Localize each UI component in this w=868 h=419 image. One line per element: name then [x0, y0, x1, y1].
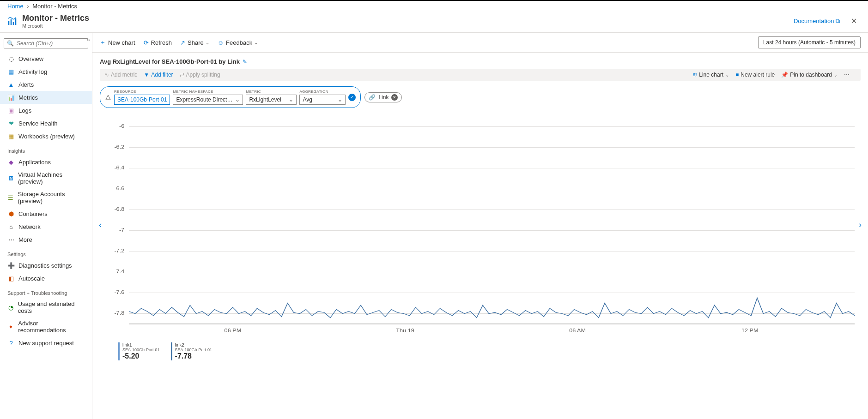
pin-icon: 📌 [781, 72, 788, 78]
section-settings: Settings [0, 246, 92, 259]
autoscale-icon: ◧ [7, 275, 15, 282]
sidebar-item-more[interactable]: ⋯More [0, 233, 92, 246]
share-button[interactable]: ↗Share⌄ [180, 39, 209, 46]
chevron-down-icon: ⌄ [254, 40, 258, 45]
search-icon: 🔍 [7, 40, 14, 47]
chevron-down-icon: ⌄ [206, 40, 209, 45]
more-icon: ⋯ [7, 236, 15, 243]
sidebar-item-network[interactable]: ⌂Network [0, 220, 92, 233]
time-range-picker[interactable]: Last 24 hours (Automatic - 5 minutes) [758, 36, 861, 48]
namespace-select[interactable]: ExpressRoute Direct…⌄ [173, 95, 243, 105]
legend-item-link1[interactable]: link1 SEA-100Gb-Port-01 -5.20 [118, 342, 160, 360]
metric-label: METRIC [246, 90, 297, 94]
next-chart-button[interactable]: › [855, 216, 865, 233]
sidebar-item-applications[interactable]: ◆Applications [0, 156, 92, 168]
link-icon: 🔗 [369, 94, 376, 101]
sidebar-item-containers[interactable]: ⬢Containers [0, 207, 92, 220]
chart-plot: ‹ › -6-6.2-6.4-6.6-6.8-7-7.2-7.4-7.6-7.8… [100, 112, 861, 338]
svg-text:-7.2: -7.2 [114, 249, 124, 254]
chart-legend: link1 SEA-100Gb-Port-01 -5.20 link2 SEA-… [118, 342, 861, 360]
config-valid-badge: ✓ [348, 94, 356, 101]
sidebar-item-metrics[interactable]: 📊Metrics [0, 91, 92, 104]
overview-icon: ◌ [7, 55, 15, 62]
sidebar-item-diagnostics[interactable]: ➕Diagnostics settings [0, 259, 92, 272]
svg-text:-6.2: -6.2 [114, 145, 124, 150]
workbooks-icon: ▦ [7, 132, 15, 140]
page-header: Monitor - Metrics Microsoft Documentatio… [0, 12, 868, 33]
section-support: Support + Troubleshooting [0, 285, 92, 298]
aggregation-select[interactable]: Avg⌄ [299, 95, 346, 105]
sidebar-item-usage[interactable]: ◔Usage and estimated costs [0, 298, 92, 317]
monitor-logo-icon [7, 16, 18, 27]
chart-more-button[interactable]: ⋯ [844, 72, 850, 78]
documentation-link[interactable]: Documentation ⧉ [794, 18, 840, 25]
network-icon: ⌂ [7, 223, 15, 230]
sidebar-item-alerts[interactable]: ▲Alerts [0, 78, 92, 91]
chart-type-button[interactable]: ≋Line chart⌄ [692, 72, 729, 78]
add-metric-button[interactable]: ∿Add metric [104, 72, 137, 78]
add-filter-button[interactable]: ▼Add filter [144, 72, 173, 78]
pin-dashboard-button[interactable]: 📌Pin to dashboard⌄ [781, 72, 838, 78]
svg-text:06 AM: 06 AM [569, 328, 586, 333]
remove-split-button[interactable]: ✕ [391, 94, 398, 101]
usage-icon: ◔ [7, 304, 14, 311]
chart-sub-toolbar: ∿Add metric ▼Add filter ⇄Apply splitting… [100, 69, 861, 81]
close-button[interactable]: ✕ [847, 15, 861, 27]
namespace-label: METRIC NAMESPACE [173, 90, 243, 94]
metric-select[interactable]: RxLightLevel⌄ [246, 95, 297, 105]
legend-item-link2[interactable]: link2 SEA-100Gb-Port-01 -7.78 [171, 342, 212, 360]
chevron-down-icon: ⌄ [725, 72, 729, 78]
sidebar-item-autoscale[interactable]: ◧Autoscale [0, 272, 92, 285]
add-metric-icon: ∿ [104, 72, 109, 78]
svg-text:-7.4: -7.4 [114, 269, 125, 275]
prev-chart-button[interactable]: ‹ [95, 216, 105, 233]
sidebar-item-overview[interactable]: ◌Overview [0, 52, 92, 65]
service-health-icon: ❤ [7, 120, 15, 127]
svg-text:-7.8: -7.8 [114, 311, 124, 316]
sidebar-item-vms[interactable]: 🖥Virtual Machines (preview) [0, 168, 92, 188]
svg-text:06 PM: 06 PM [225, 328, 242, 333]
support-icon: ? [7, 339, 15, 347]
breadcrumb-current: Monitor - Metrics [32, 3, 77, 10]
feedback-icon: ☺ [218, 39, 224, 46]
split-by-pill[interactable]: 🔗 Link ✕ [364, 92, 402, 102]
breadcrumb-home[interactable]: Home [7, 3, 24, 10]
apply-splitting-button[interactable]: ⇄Apply splitting [180, 72, 220, 78]
sidebar-item-activity-log[interactable]: ▤Activity log [0, 65, 92, 78]
svg-text:12 PM: 12 PM [741, 328, 759, 333]
collapse-sidebar-button[interactable]: « [87, 36, 90, 43]
refresh-button[interactable]: ⟳Refresh [144, 39, 172, 46]
edit-title-button[interactable]: ✎ [243, 59, 247, 65]
alerts-icon: ▲ [7, 81, 15, 88]
chevron-down-icon: ⌄ [289, 96, 293, 103]
sidebar-item-service-health[interactable]: ❤Service Health [0, 117, 92, 130]
new-chart-button[interactable]: ＋New chart [100, 38, 135, 47]
svg-text:-6: -6 [119, 124, 124, 129]
resource-type-icon [105, 94, 111, 101]
chart-title: Avg RxLightLevel for SEA-100Gb-Port-01 b… [100, 58, 240, 65]
applications-icon: ◆ [7, 158, 15, 166]
storage-icon: ☰ [7, 194, 14, 201]
new-alert-button[interactable]: ■New alert rule [735, 72, 775, 78]
sidebar-item-workbooks[interactable]: ▦Workbooks (preview) [0, 130, 92, 143]
filter-icon: ▼ [144, 72, 149, 78]
resource-select[interactable]: SEA-100Gb-Port-01 [114, 95, 170, 105]
sidebar-search[interactable]: 🔍 [4, 38, 88, 48]
sidebar-item-storage[interactable]: ☰Storage Accounts (preview) [0, 188, 92, 207]
sidebar-item-support-request[interactable]: ?New support request [0, 336, 92, 349]
vm-icon: 🖥 [7, 174, 14, 182]
svg-text:-6.6: -6.6 [114, 186, 124, 192]
chevron-down-icon: ⌄ [834, 72, 838, 78]
logs-icon: ▣ [7, 107, 15, 114]
search-input[interactable] [17, 40, 85, 47]
breadcrumb-sep: › [27, 3, 29, 10]
metric-config-group: RESOURCE SEA-100Gb-Port-01 METRIC NAMESP… [100, 86, 361, 108]
activity-log-icon: ▤ [7, 68, 15, 75]
sidebar-item-logs[interactable]: ▣Logs [0, 104, 92, 117]
chevron-down-icon: ⌄ [235, 96, 240, 103]
feedback-button[interactable]: ☺Feedback⌄ [218, 39, 258, 46]
svg-text:-6.8: -6.8 [114, 207, 124, 212]
metric-config-row: RESOURCE SEA-100Gb-Port-01 METRIC NAMESP… [100, 86, 861, 108]
sidebar-item-advisor[interactable]: ✦Advisor recommendations [0, 317, 92, 336]
external-link-icon: ⧉ [836, 18, 840, 24]
